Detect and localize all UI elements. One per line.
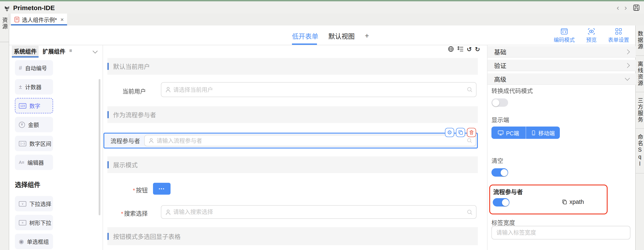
section-header-as-process-participant[interactable]: 作为流程参与者 — [108, 106, 478, 123]
tile-counter[interactable]: ±计数器 — [15, 79, 53, 94]
palette-menu-icon[interactable]: ≡ — [69, 48, 72, 53]
app-title: Primeton-IDE — [13, 4, 55, 11]
document-tab-bar: 选人组件示例* × — [9, 14, 644, 26]
range-icon: 1~3 — [19, 141, 26, 146]
group-advanced[interactable]: 高级 — [488, 73, 636, 85]
code-mode-toggle-label: 转换成代码模式 — [492, 86, 533, 95]
tile-auto-number[interactable]: #自动编号 — [15, 60, 53, 76]
primeton-ide-window: Primeton-IDE ‹ › 选人组件示例* × 资源 低开表单 默认视图 … — [0, 0, 644, 250]
form-settings-button[interactable]: 表单设置 — [608, 28, 629, 43]
search-icon — [466, 86, 473, 93]
person-icon — [165, 86, 172, 93]
preview-button[interactable]: 预览 — [586, 28, 597, 43]
outline-icon[interactable] — [457, 46, 464, 52]
app-logo-icon — [4, 5, 10, 12]
section-header-display-mode[interactable]: 展示模式 — [108, 156, 478, 173]
tile-number-range[interactable]: 1~3数字区间 — [15, 136, 53, 151]
undo-icon[interactable]: ↺ — [467, 46, 472, 52]
view-tabs-bar: 低开表单 默认视图 + 编码模式 预览 表单设置 — [9, 26, 635, 45]
participant-input[interactable] — [156, 135, 464, 146]
tile-radio-group[interactable]: ◉单选框组 — [15, 234, 53, 249]
left-resource-strip: 资源 — [0, 14, 9, 250]
tile-tree-dropdown[interactable]: ≡树形下拉 — [15, 215, 53, 230]
gear-icon: ⚙ — [447, 130, 452, 135]
title-bar: Primeton-IDE ‹ › — [0, 1, 644, 14]
palette-header: 系统组件 扩展组件 ≡ — [9, 45, 102, 58]
tab-lowcode-form[interactable]: 低开表单 — [292, 31, 318, 40]
search-select-input[interactable] — [173, 206, 465, 218]
section-accent-bar — [108, 233, 109, 240]
palette-tiles: #自动编号 ±计数器 123数字 ¥金额 1~3数字区间 A≡编辑器 选择组件 … — [9, 58, 102, 250]
search-icon — [466, 138, 472, 144]
participant-field — [144, 135, 476, 146]
section-accent-bar — [108, 111, 109, 118]
clear-toggle-label: 清空 — [492, 156, 503, 165]
palette-collapse-chevron-icon[interactable] — [93, 49, 98, 54]
section-header-default-current-user[interactable]: 默认当前用户 — [108, 58, 478, 75]
doc-tab-active[interactable]: 选人组件示例* × — [11, 14, 67, 26]
display-side-label: 显示端 — [492, 115, 509, 124]
group-validation[interactable]: 验证 — [488, 60, 636, 71]
required-asterisk: * — [121, 210, 123, 217]
field-settings-button[interactable]: ⚙ — [445, 128, 454, 137]
current-user-field — [161, 82, 476, 97]
label-width-label: 标签宽度 — [492, 218, 515, 227]
property-inspector: 基础 验证 高级 转换成代码模式 显示端 PC端 移动端 清空 流 — [487, 45, 635, 250]
preview-eye-icon — [588, 28, 595, 35]
sidebar-item-thirdparty-services[interactable]: 三方服务 — [636, 92, 644, 129]
participant-setting-label: 流程参与者 — [493, 187, 523, 196]
copy-icon — [458, 130, 464, 135]
redo-icon[interactable]: ↻ — [475, 46, 480, 52]
doc-tab-close-icon[interactable]: × — [60, 16, 64, 23]
field-copy-button[interactable] — [456, 128, 465, 137]
tile-dropdown-select[interactable]: ∨下拉选择 — [15, 196, 53, 211]
tile-amount[interactable]: ¥金额 — [15, 117, 53, 132]
doc-tab-label: 选人组件示例* — [22, 15, 57, 24]
save-icon[interactable] — [633, 4, 640, 11]
participant-field-selected-row[interactable]: 流程参与者 — [104, 133, 478, 149]
clear-toggle[interactable] — [492, 168, 508, 177]
ellipsis-picker-button[interactable]: ••• — [153, 183, 170, 195]
tab-extended-components[interactable]: 扩展组件 — [42, 46, 66, 56]
field-delete-button[interactable] — [467, 128, 476, 137]
mobile-side-button[interactable]: 移动端 — [526, 127, 560, 139]
tab-system-components[interactable]: 系统组件 — [12, 46, 38, 56]
chevron-down-icon — [625, 76, 630, 81]
globe-icon[interactable] — [448, 46, 454, 52]
group-basic[interactable]: 基础 — [488, 46, 636, 58]
palette-section-title: 选择组件 — [15, 180, 94, 189]
code-mode-icon — [561, 28, 568, 35]
hash-icon: # — [19, 65, 22, 71]
participant-toggle[interactable] — [493, 198, 510, 206]
code-mode-toggle[interactable] — [492, 98, 508, 107]
xpath-link[interactable]: xpath — [562, 199, 584, 205]
sidebar-item-offline-resources[interactable]: 离线资源 — [636, 56, 644, 92]
tab-default-view[interactable]: 默认视图 — [328, 31, 355, 40]
nav-back-button[interactable]: ‹ — [614, 4, 622, 11]
nav-forward-button[interactable]: › — [622, 4, 630, 11]
form-settings-icon — [615, 28, 622, 35]
ellipsis-dots: ••• — [159, 187, 165, 191]
sidebar-item-datasource[interactable]: 数据源 — [636, 26, 644, 56]
search-icon — [466, 209, 473, 215]
pc-side-button[interactable]: PC端 — [492, 127, 526, 139]
add-view-button[interactable]: + — [365, 31, 369, 40]
canvas-toolbar: ↺ ↻ — [448, 46, 480, 52]
section-accent-bar — [108, 161, 109, 168]
tile-number[interactable]: 123数字 — [15, 98, 53, 113]
tile-editor[interactable]: A≡编辑器 — [15, 155, 53, 170]
current-user-input[interactable] — [173, 83, 465, 97]
code-mode-button[interactable]: 编码模式 — [554, 28, 575, 43]
form-doc-icon — [14, 17, 19, 22]
radio-list-icon: ◉ — [19, 238, 24, 244]
palette-scrollbar[interactable] — [99, 79, 100, 215]
code-mode-label: 编码模式 — [554, 36, 575, 43]
label-width-input[interactable] — [492, 226, 630, 239]
left-strip-divider — [0, 42, 9, 42]
yen-icon: ¥ — [19, 121, 25, 128]
sidebar-item-named-sql[interactable]: 命名Sql — [636, 129, 644, 173]
participant-label: 流程参与者 — [110, 134, 140, 148]
section-header-button-mode-subtable[interactable]: 按钮模式多选回显子表格 — [108, 227, 478, 245]
copy-icon — [562, 199, 567, 205]
sidebar-item-resources[interactable]: 资源 — [0, 17, 9, 30]
